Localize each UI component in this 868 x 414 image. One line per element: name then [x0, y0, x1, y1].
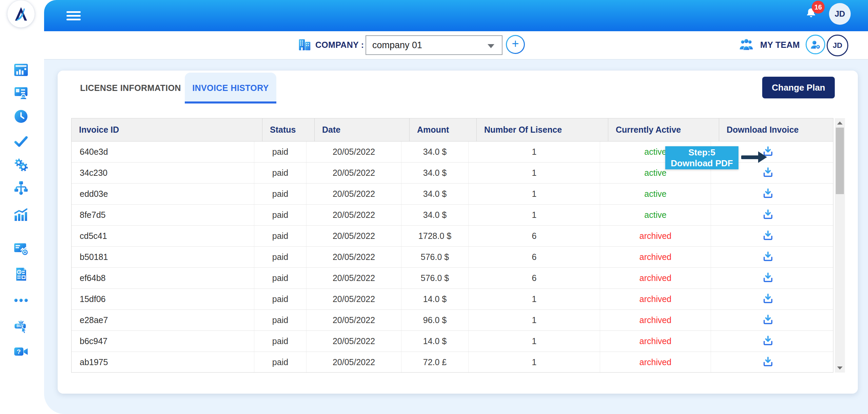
cell-amount: 72.0 £	[401, 352, 468, 373]
screen: 16 JD COMPANY : company 01 + MY TEAM J	[0, 0, 868, 414]
table-row: ef64b8paid20/05/2022576.0 $6archived	[72, 268, 833, 289]
cell-invoice-id: ab1975	[72, 352, 254, 373]
workflow-icon[interactable]	[13, 180, 29, 196]
cell-licences: 6	[468, 226, 600, 246]
settings-gears-icon[interactable]	[13, 156, 29, 173]
status-badge: archived	[639, 273, 672, 283]
cell-status: paid	[254, 352, 306, 373]
cell-licences: 1	[468, 142, 600, 162]
download-icon	[762, 271, 774, 284]
cell-licences: 6	[468, 268, 600, 288]
status-badge: active	[644, 189, 666, 199]
my-team-label: MY TEAM	[760, 40, 800, 50]
cell-licences: 1	[468, 331, 600, 352]
company-select-value: company 01	[372, 40, 422, 51]
column-header: Number Of Lisence	[476, 118, 608, 141]
table-row: 8fe7d5paid20/05/202234.0 $1active	[72, 205, 833, 226]
company-building-icon	[297, 37, 313, 52]
download-icon	[762, 314, 774, 326]
cell-invoice-id: b50181	[72, 247, 254, 267]
dashboard-icon[interactable]	[13, 62, 29, 78]
cell-currently-active: active	[600, 205, 711, 225]
cell-download	[711, 247, 825, 267]
avatar[interactable]: JD	[829, 3, 851, 25]
cell-download	[711, 205, 825, 225]
cell-currently-active: archived	[600, 247, 711, 267]
add-company-button[interactable]: +	[506, 35, 525, 54]
download-invoice-button[interactable]	[761, 187, 775, 201]
scrollbar-up-arrow[interactable]	[835, 119, 845, 127]
table-row: cd5c41paid20/05/20221728.0 $6archived	[72, 226, 833, 247]
cell-status: paid	[254, 268, 306, 288]
cell-status: paid	[254, 289, 306, 309]
invoice-document-icon[interactable]	[13, 266, 29, 282]
cell-invoice-id: 8fe7d5	[72, 205, 254, 225]
cell-download	[711, 226, 825, 246]
column-header: Invoice ID	[72, 118, 262, 141]
vertical-scrollbar[interactable]	[835, 118, 845, 373]
add-user-icon	[809, 38, 822, 51]
cell-download	[711, 331, 825, 352]
report-mail-icon[interactable]	[13, 241, 29, 257]
cell-amount: 34.0 $	[401, 142, 468, 162]
download-invoice-button[interactable]	[761, 293, 775, 306]
avatar[interactable]: JD	[827, 35, 848, 56]
status-badge: archived	[639, 315, 672, 325]
cell-licences: 1	[468, 205, 600, 225]
tab-invoice-history[interactable]: INVOICE HISTORY	[185, 73, 276, 103]
tasks-check-icon[interactable]	[13, 133, 29, 149]
svg-text:?: ?	[17, 348, 21, 355]
time-icon[interactable]	[13, 108, 29, 125]
column-header: Status	[262, 118, 314, 141]
cell-amount: 34.0 $	[401, 205, 468, 225]
scrollbar-thumb[interactable]	[836, 128, 844, 194]
table-row: ab1975paid20/05/202272.0 £1archived	[72, 352, 833, 373]
cell-licences: 1	[468, 289, 600, 309]
license-invoice-card: LICENSE INFORMATION INVOICE HISTORY Chan…	[58, 71, 858, 394]
download-invoice-button[interactable]	[761, 208, 775, 222]
status-badge: archived	[639, 294, 672, 304]
cell-date: 20/05/2022	[306, 268, 401, 288]
help-video-icon[interactable]: ?	[13, 343, 29, 360]
analytics-icon[interactable]	[13, 207, 29, 223]
cell-status: paid	[254, 163, 306, 183]
scrollbar-down-arrow[interactable]	[835, 364, 845, 372]
cell-amount: 96.0 $	[401, 310, 468, 331]
buy-icon[interactable]: BUY	[13, 318, 29, 335]
cell-status: paid	[254, 205, 306, 225]
cell-licences: 6	[468, 247, 600, 267]
cell-invoice-id: e28ae7	[72, 310, 254, 331]
download-invoice-button[interactable]	[761, 335, 775, 348]
hamburger-menu-button[interactable]	[64, 9, 79, 22]
tab-license-information[interactable]: LICENSE INFORMATION	[78, 77, 183, 99]
download-icon	[762, 187, 774, 200]
more-ellipsis-icon[interactable]	[13, 292, 29, 308]
download-invoice-button[interactable]	[761, 356, 775, 369]
cell-download	[711, 184, 825, 204]
table-row: b6c947paid20/05/202214.0 $1archived	[72, 331, 833, 352]
cell-amount: 14.0 $	[401, 289, 468, 309]
download-icon	[762, 166, 774, 178]
change-plan-button[interactable]: Change Plan	[762, 77, 835, 98]
cell-date: 20/05/2022	[306, 331, 401, 352]
table-header-row: Invoice IDStatusDateAmountNumber Of Lise…	[72, 118, 833, 142]
tooltip-line1: Step:5	[665, 147, 738, 158]
download-icon	[762, 250, 774, 263]
cell-amount: 34.0 $	[401, 184, 468, 204]
download-invoice-button[interactable]	[761, 166, 775, 180]
app-logo[interactable]	[7, 0, 35, 27]
team-board-icon[interactable]	[13, 84, 29, 101]
cell-currently-active: archived	[600, 331, 711, 352]
cell-licences: 1	[468, 184, 600, 204]
cell-status: paid	[254, 142, 306, 162]
download-icon	[762, 229, 774, 242]
download-invoice-button[interactable]	[761, 314, 775, 327]
add-user-button[interactable]	[806, 35, 825, 54]
download-invoice-button[interactable]	[761, 271, 775, 285]
cell-status: paid	[254, 247, 306, 267]
status-badge: active	[644, 210, 666, 220]
download-invoice-button[interactable]	[761, 229, 775, 243]
active-tab-underline	[185, 101, 276, 104]
company-select[interactable]: company 01	[366, 35, 502, 55]
download-invoice-button[interactable]	[761, 250, 775, 264]
